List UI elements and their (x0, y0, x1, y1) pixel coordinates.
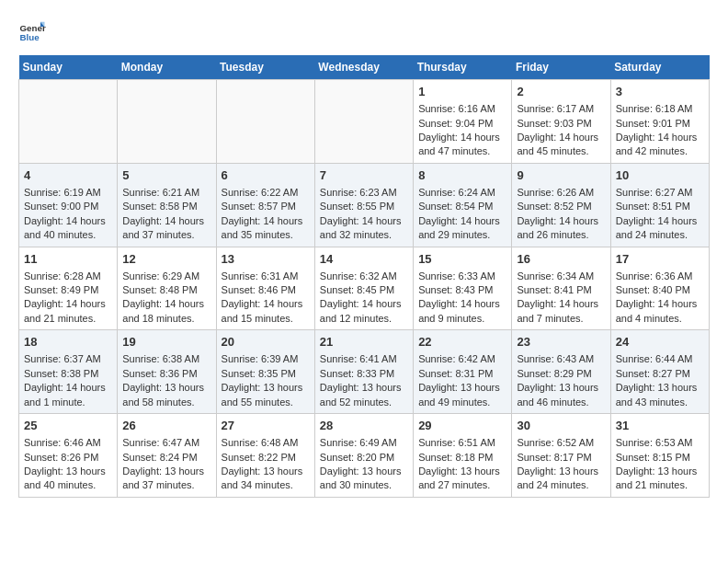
day-info: Sunset: 9:00 PM (24, 200, 112, 213)
day-number: 23 (517, 334, 605, 350)
day-info: Sunrise: 6:29 AM (122, 270, 210, 283)
day-info: Sunset: 8:45 PM (320, 283, 408, 297)
day-info: Daylight: 13 hours and 49 minutes. (418, 381, 506, 409)
day-header-saturday: Saturday (610, 55, 709, 80)
logo-icon: General Blue (18, 18, 46, 46)
calendar-cell: 11Sunrise: 6:28 AMSunset: 8:49 PMDayligh… (19, 247, 118, 330)
day-number: 7 (320, 167, 408, 184)
calendar-cell: 9Sunrise: 6:26 AMSunset: 8:52 PMDaylight… (512, 163, 610, 247)
day-info: Sunset: 8:29 PM (517, 367, 605, 381)
day-info: Sunrise: 6:19 AM (24, 186, 112, 200)
day-number: 26 (122, 418, 210, 434)
calendar-cell: 5Sunrise: 6:21 AMSunset: 8:58 PMDaylight… (118, 163, 216, 247)
day-info: Sunset: 8:36 PM (122, 367, 210, 381)
day-number: 30 (517, 418, 605, 434)
day-info: Sunset: 8:51 PM (616, 200, 704, 213)
day-info: Sunset: 8:18 PM (418, 451, 506, 465)
calendar-cell: 1Sunrise: 6:16 AMSunset: 9:04 PMDaylight… (414, 80, 512, 164)
calendar-cell: 12Sunrise: 6:29 AMSunset: 8:48 PMDayligh… (118, 247, 216, 330)
day-number: 18 (24, 334, 112, 350)
day-info: Daylight: 14 hours and 40 minutes. (24, 214, 112, 243)
day-info: Daylight: 13 hours and 37 minutes. (122, 465, 210, 493)
day-header-thursday: Thursday (414, 55, 512, 80)
day-number: 10 (616, 167, 704, 184)
day-info: Sunrise: 6:16 AM (418, 102, 506, 116)
calendar-table: SundayMondayTuesdayWednesdayThursdayFrid… (18, 55, 710, 498)
day-info: Sunset: 8:15 PM (616, 451, 704, 465)
day-info: Sunset: 8:40 PM (616, 283, 704, 297)
calendar-cell: 14Sunrise: 6:32 AMSunset: 8:45 PMDayligh… (314, 247, 413, 330)
day-info: Sunset: 8:27 PM (616, 367, 704, 381)
day-info: Sunrise: 6:38 AM (122, 352, 210, 366)
calendar-cell: 28Sunrise: 6:49 AMSunset: 8:20 PMDayligh… (314, 414, 413, 498)
day-info: Sunset: 8:24 PM (122, 451, 210, 465)
day-info: Sunset: 8:43 PM (418, 283, 506, 297)
day-info: Daylight: 13 hours and 34 minutes. (222, 465, 310, 493)
day-info: Sunrise: 6:33 AM (418, 270, 506, 283)
calendar-cell (216, 80, 314, 164)
calendar-cell: 17Sunrise: 6:36 AMSunset: 8:40 PMDayligh… (610, 247, 709, 330)
calendar-cell (118, 80, 216, 164)
day-header-tuesday: Tuesday (216, 55, 314, 80)
day-info: Daylight: 13 hours and 43 minutes. (616, 381, 704, 409)
calendar-cell: 21Sunrise: 6:41 AMSunset: 8:33 PMDayligh… (314, 330, 413, 414)
calendar-cell: 20Sunrise: 6:39 AMSunset: 8:35 PMDayligh… (216, 330, 314, 414)
calendar-cell: 15Sunrise: 6:33 AMSunset: 8:43 PMDayligh… (414, 247, 512, 330)
day-info: Daylight: 13 hours and 46 minutes. (517, 381, 605, 409)
day-number: 31 (616, 418, 704, 434)
day-info: Sunrise: 6:37 AM (24, 352, 112, 366)
day-info: Sunset: 8:48 PM (122, 283, 210, 297)
day-info: Sunrise: 6:17 AM (517, 102, 605, 116)
day-info: Daylight: 14 hours and 9 minutes. (418, 297, 506, 326)
day-info: Sunrise: 6:53 AM (616, 436, 704, 450)
day-info: Sunset: 8:35 PM (222, 367, 310, 381)
day-info: Daylight: 14 hours and 32 minutes. (320, 214, 408, 243)
day-info: Sunrise: 6:52 AM (517, 436, 605, 450)
calendar-cell: 19Sunrise: 6:38 AMSunset: 8:36 PMDayligh… (118, 330, 216, 414)
calendar-cell: 7Sunrise: 6:23 AMSunset: 8:55 PMDaylight… (314, 163, 413, 247)
day-info: Sunrise: 6:46 AM (24, 436, 112, 450)
day-info: Daylight: 14 hours and 15 minutes. (222, 297, 310, 326)
day-info: Sunrise: 6:24 AM (418, 186, 506, 200)
day-info: Sunset: 8:26 PM (24, 451, 112, 465)
day-number: 8 (418, 167, 506, 184)
calendar-cell: 3Sunrise: 6:18 AMSunset: 9:01 PMDaylight… (610, 80, 709, 164)
day-number: 22 (418, 334, 506, 350)
day-info: Sunset: 8:20 PM (320, 451, 408, 465)
day-info: Sunrise: 6:42 AM (418, 352, 506, 366)
calendar-cell (314, 80, 413, 164)
day-info: Sunset: 8:17 PM (517, 451, 605, 465)
day-info: Sunrise: 6:21 AM (122, 186, 210, 200)
day-info: Sunset: 8:33 PM (320, 367, 408, 381)
calendar-cell: 10Sunrise: 6:27 AMSunset: 8:51 PMDayligh… (610, 163, 709, 247)
day-info: Sunset: 8:49 PM (24, 283, 112, 297)
calendar-cell: 29Sunrise: 6:51 AMSunset: 8:18 PMDayligh… (414, 414, 512, 498)
day-number: 4 (24, 167, 112, 184)
day-info: Daylight: 13 hours and 40 minutes. (24, 465, 112, 493)
day-info: Sunrise: 6:34 AM (517, 270, 605, 283)
day-info: Daylight: 13 hours and 58 minutes. (122, 381, 210, 409)
day-header-sunday: Sunday (19, 55, 118, 80)
day-number: 1 (418, 84, 506, 100)
calendar-cell: 8Sunrise: 6:24 AMSunset: 8:54 PMDaylight… (414, 163, 512, 247)
calendar-cell: 16Sunrise: 6:34 AMSunset: 8:41 PMDayligh… (512, 247, 610, 330)
day-info: Sunrise: 6:18 AM (616, 102, 704, 116)
day-number: 27 (222, 418, 310, 434)
day-info: Daylight: 14 hours and 12 minutes. (320, 297, 408, 326)
svg-text:Blue: Blue (20, 32, 40, 42)
day-info: Daylight: 14 hours and 21 minutes. (24, 297, 112, 326)
day-info: Sunrise: 6:44 AM (616, 352, 704, 366)
day-info: Sunrise: 6:23 AM (320, 186, 408, 200)
calendar-week-row: 1Sunrise: 6:16 AMSunset: 9:04 PMDaylight… (19, 80, 710, 164)
calendar-header-row: SundayMondayTuesdayWednesdayThursdayFrid… (19, 55, 710, 80)
day-number: 15 (418, 251, 506, 268)
day-number: 3 (616, 84, 704, 100)
day-info: Daylight: 14 hours and 7 minutes. (517, 297, 605, 326)
calendar-cell: 4Sunrise: 6:19 AMSunset: 9:00 PMDaylight… (19, 163, 118, 247)
day-info: Daylight: 13 hours and 27 minutes. (418, 465, 506, 493)
day-number: 17 (616, 251, 704, 268)
day-info: Daylight: 14 hours and 45 minutes. (517, 131, 605, 159)
calendar-cell: 2Sunrise: 6:17 AMSunset: 9:03 PMDaylight… (512, 80, 610, 164)
day-info: Daylight: 14 hours and 24 minutes. (616, 214, 704, 243)
calendar-cell: 24Sunrise: 6:44 AMSunset: 8:27 PMDayligh… (610, 330, 709, 414)
